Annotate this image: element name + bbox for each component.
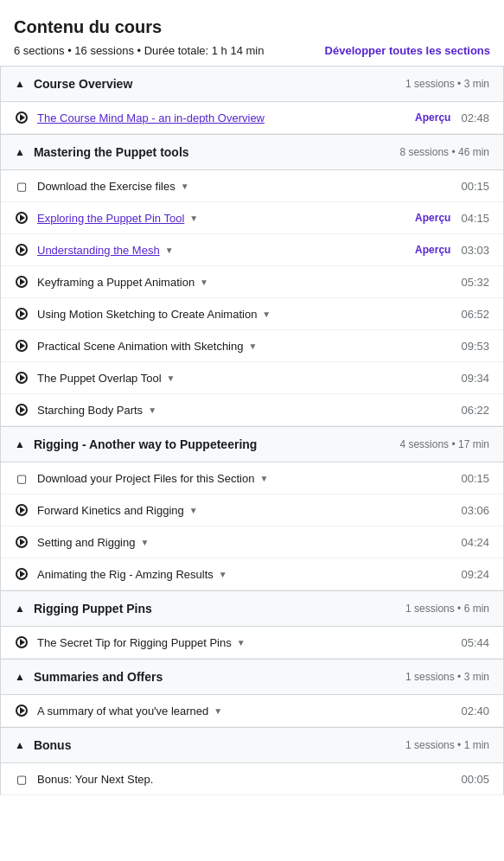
dropdown-arrow[interactable]: ▼ [167,373,175,383]
section-header-mastering-puppet-tools[interactable]: ▲ Mastering the Puppet tools 8 sessions … [0,134,504,170]
session-name: Starching Body Parts ▼ [37,404,452,417]
section-header-bonus[interactable]: ▲ Bonus 1 sessions • 1 min [0,727,504,763]
list-item: Exploring the Puppet Pin Tool ▼ Aperçu04… [1,202,503,234]
session-label: Using Motion Sketching to Create Animati… [37,308,257,321]
section-header-left: ▲ Rigging Puppet Pins [15,602,152,615]
session-label: Animating the Rig - Amzing Results [37,568,214,581]
session-duration: 06:52 [461,308,489,321]
section-meta: 1 sessions • 3 min [405,78,489,90]
section-title: Rigging - Another way to Puppeteering [34,437,257,451]
session-link[interactable]: Exploring the Puppet Pin Tool [37,212,184,225]
session-link[interactable]: The Course Mind Map - an in-depth Overvi… [37,112,265,124]
list-item: Practical Scene Animation with Sketching… [1,330,503,362]
dropdown-arrow[interactable]: ▼ [148,405,156,415]
dropdown-arrow[interactable]: ▼ [259,474,268,483]
session-list-rigging-puppet-pins: The Secret Tip for Rigging Puppet Pins ▼… [0,627,504,659]
dropdown-arrow[interactable]: ▼ [140,538,149,547]
session-label: Keyframing a Puppet Animation [37,276,195,289]
session-label: Setting and Rigging [37,536,135,549]
section-header-rigging-puppet-pins[interactable]: ▲ Rigging Puppet Pins 1 sessions • 6 min [0,590,504,627]
session-right: 05:44 [461,636,489,649]
session-right: 05:32 [461,276,489,289]
section-title: Bonus [34,738,72,752]
session-label: Forward Kinetics and Rigging [37,504,184,517]
session-name: Bonus: Your Next Step. [37,773,452,786]
list-item: Using Motion Sketching to Create Animati… [1,298,503,330]
session-right: 03:06 [461,504,489,517]
session-duration: 02:40 [461,705,489,718]
section-title: Summaries and Offers [34,670,163,684]
play-icon [15,635,29,649]
session-label: Bonus: Your Next Step. [37,773,153,786]
play-icon [15,403,29,417]
play-icon [15,111,29,124]
play-icon [15,275,29,289]
session-label: A summary of what you've learned [37,705,208,718]
session-duration: 09:34 [461,372,489,385]
session-right: Aperçu04:15 [415,212,489,225]
list-item: Keyframing a Puppet Animation ▼ 05:32 [1,266,503,298]
session-duration: 09:24 [461,568,489,581]
session-right: 09:34 [461,372,489,385]
dropdown-arrow[interactable]: ▼ [181,182,189,191]
dropdown-arrow[interactable]: ▼ [200,277,208,287]
dropdown-arrow[interactable]: ▼ [248,341,257,351]
session-name: The Course Mind Map - an in-depth Overvi… [37,112,406,124]
section-header-summaries-offers[interactable]: ▲ Summaries and Offers 1 sessions • 3 mi… [0,659,504,695]
dropdown-arrow[interactable]: ▼ [189,214,198,223]
preview-link[interactable]: Aperçu [415,244,450,256]
preview-link[interactable]: Aperçu [415,112,450,124]
sections-container: ▲ Course Overview 1 sessions • 3 min The… [0,66,504,795]
chevron-icon: ▲ [15,671,25,683]
session-right: 09:53 [461,340,489,353]
section-header-course-overview[interactable]: ▲ Course Overview 1 sessions • 3 min [0,66,504,102]
session-duration: 00:05 [461,773,489,786]
session-label: Download your Project Files for this Sec… [37,472,254,485]
section-header-left: ▲ Summaries and Offers [15,670,163,684]
section-header-rigging-puppeteering[interactable]: ▲ Rigging - Another way to Puppeteering … [0,426,504,462]
section-header-left: ▲ Mastering the Puppet tools [15,145,189,159]
play-icon [15,371,29,385]
session-label: The Puppet Overlap Tool [37,372,162,385]
list-item: ▢ Download the Exercise files ▼ 00:15 [1,170,503,202]
session-list-mastering-puppet-tools: ▢ Download the Exercise files ▼ 00:15 Ex… [0,170,504,426]
dropdown-arrow[interactable]: ▼ [189,506,198,515]
session-right: 00:05 [461,773,489,786]
dropdown-arrow[interactable]: ▼ [214,706,222,716]
dropdown-arrow[interactable]: ▼ [219,570,227,579]
session-list-bonus: ▢ Bonus: Your Next Step. 00:05 [0,763,504,795]
list-item: Starching Body Parts ▼ 06:22 [1,394,503,426]
play-icon [15,535,29,549]
session-name: The Secret Tip for Rigging Puppet Pins ▼ [37,636,452,649]
play-icon [15,704,29,718]
list-item: A summary of what you've learned ▼ 02:40 [1,695,503,727]
session-right: 00:15 [461,180,489,193]
page-header: Contenu du cours 6 sections • 16 session… [0,0,504,66]
chevron-icon: ▲ [15,438,25,450]
session-right: 02:40 [461,705,489,718]
chevron-icon: ▲ [15,603,25,615]
section-header-left: ▲ Rigging - Another way to Puppeteering [15,437,257,451]
session-label: Starching Body Parts [37,404,143,417]
expand-all-link[interactable]: Développer toutes les sections [325,44,490,57]
session-duration: 04:24 [461,536,489,549]
session-duration: 06:22 [461,404,489,417]
session-link[interactable]: Understanding the Mesh [37,244,160,257]
session-name: Forward Kinetics and Rigging ▼ [37,504,452,517]
session-name: Setting and Rigging ▼ [37,536,452,549]
session-right: 04:24 [461,536,489,549]
section-meta: 1 sessions • 3 min [405,671,489,683]
session-duration: 05:44 [461,636,489,649]
section-meta: 1 sessions • 1 min [405,739,489,751]
session-name: Download your Project Files for this Sec… [37,472,452,485]
session-right: 06:52 [461,308,489,321]
preview-link[interactable]: Aperçu [415,212,450,224]
dropdown-arrow[interactable]: ▼ [262,309,271,319]
dropdown-arrow[interactable]: ▼ [165,246,174,255]
dropdown-arrow[interactable]: ▼ [237,638,246,647]
session-list-course-overview: The Course Mind Map - an in-depth Overvi… [0,102,504,134]
list-item: The Puppet Overlap Tool ▼ 09:34 [1,362,503,394]
session-duration: 03:03 [461,244,489,257]
session-name: Animating the Rig - Amzing Results ▼ [37,568,452,581]
play-icon [15,307,29,321]
